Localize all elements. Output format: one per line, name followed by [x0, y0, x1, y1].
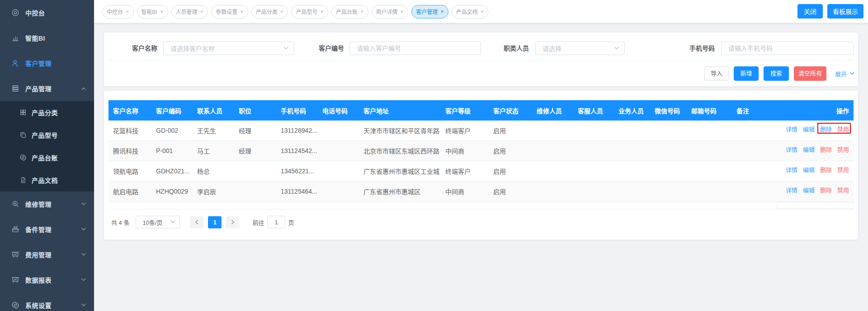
column-header-4[interactable]: 手机号码 [276, 106, 318, 115]
sidebar-item-smart-bi[interactable]: 智能BI [0, 25, 94, 51]
select-0[interactable]: 请选择客户名称 [163, 42, 294, 55]
edit-link[interactable]: 编辑 [803, 187, 815, 194]
field-label-0: 客户名称 [113, 42, 157, 55]
close-icon[interactable]: × [360, 9, 364, 14]
column-header-9[interactable]: 维修人员 [532, 106, 573, 115]
sidebar-subitem-1[interactable]: 产品型号 [0, 124, 94, 146]
tab-8[interactable]: 客户管理× [411, 5, 448, 19]
tab-label: 产品型号 [296, 8, 317, 15]
column-header-7[interactable]: 客户等级 [441, 106, 489, 115]
tab-6[interactable]: 产品台账× [331, 5, 368, 19]
disable-link[interactable]: 禁用 [837, 147, 849, 153]
table-row-3[interactable]: 航启电路 HZHQ0029 李启辰 131125464... 广东省惠州市惠城区… [108, 181, 854, 202]
delete-link[interactable]: 删除 [820, 187, 832, 194]
sidebar-item-product-mgmt[interactable]: 产品管理 [0, 76, 94, 101]
sidebar-item-spare-mgmt[interactable]: 备件管理 [0, 217, 94, 242]
column-header-3[interactable]: 职位 [234, 106, 276, 115]
detail-link[interactable]: 详情 [786, 147, 797, 153]
close-icon[interactable]: × [160, 9, 164, 14]
sidebar-item-expense-mgmt[interactable]: 费用管理 [0, 242, 94, 267]
column-header-5[interactable]: 电话号码 [318, 106, 359, 115]
close-icon[interactable]: × [126, 9, 129, 14]
import-button[interactable]: 导入 [704, 66, 729, 81]
column-header-15[interactable]: 操作 [773, 106, 854, 115]
edit-link[interactable]: 编辑 [803, 167, 815, 173]
sidebar-subitem-0[interactable]: 产品分类 [0, 101, 94, 124]
tab-4[interactable]: 产品分类× [251, 5, 288, 19]
sidebar-item-repair-mgmt[interactable]: 维修管理 [0, 191, 94, 217]
current-page[interactable]: 1 [208, 216, 222, 228]
sidebar-item-system-settings[interactable]: 系统设置 [0, 292, 94, 311]
tab-7[interactable]: 用户详情× [372, 5, 409, 19]
disable-link[interactable]: 禁用 [837, 167, 849, 173]
table-row-2[interactable]: 领航电路 GDHZ021... 杨总 13456221... 广东省惠州市惠城区… [108, 161, 854, 181]
sidebar-item-customer-mgmt[interactable]: 客户管理 [0, 51, 94, 76]
sidebar-item-data-report[interactable]: 数据报表 [0, 267, 94, 292]
close-icon[interactable]: × [481, 9, 484, 14]
pagination: 共 4 条 10条/页 1 前往 页 [111, 216, 294, 228]
text-input-3[interactable] [722, 42, 853, 55]
settings-icon [11, 301, 19, 309]
page-size-select[interactable]: 10条/页 [136, 216, 180, 228]
cell-r2c6: 广东省惠州市惠城区工业城 [359, 167, 441, 176]
disable-link[interactable]: 禁用 [837, 126, 849, 133]
expand-link[interactable]: 展开 [835, 66, 855, 81]
input-wrap-1 [349, 42, 481, 55]
tab-label: 产品台账 [336, 8, 358, 15]
column-header-8[interactable]: 客户状态 [489, 106, 532, 115]
close-icon[interactable]: × [401, 9, 404, 14]
chevron-down-icon [80, 277, 87, 283]
close-icon[interactable]: × [320, 9, 324, 14]
delete-link[interactable]: 删除 [820, 126, 832, 133]
select-2[interactable]: 请选择 [535, 42, 625, 55]
table-row-1[interactable]: 腾讯科技 P-001 马工 经理 131124542... 北京市市辖区东城区西… [108, 141, 854, 161]
board-display-button[interactable]: 看板展示 [827, 4, 863, 19]
tab-1[interactable]: 智能BI× [137, 5, 168, 19]
column-header-0[interactable]: 客户名称 [108, 106, 151, 115]
edit-link[interactable]: 编辑 [803, 147, 815, 153]
sidebar-subitem-3[interactable]: 产品文档 [0, 169, 94, 191]
goto-page-input[interactable] [267, 216, 285, 228]
prev-page-button[interactable] [190, 216, 203, 228]
repair-icon [11, 200, 19, 208]
close-icon[interactable]: × [240, 9, 244, 14]
edit-link[interactable]: 编辑 [803, 126, 815, 133]
product-icon [11, 84, 19, 93]
sidebar-subitem-2[interactable]: 产品台账 [0, 146, 94, 169]
column-header-2[interactable]: 联系人员 [193, 106, 234, 115]
tab-2[interactable]: 人员管理× [171, 5, 208, 19]
detail-link[interactable]: 详情 [786, 126, 797, 133]
detail-link[interactable]: 详情 [786, 187, 797, 194]
sidebar-item-console[interactable]: 中控台 [0, 0, 94, 25]
column-header-12[interactable]: 微信号码 [650, 106, 687, 115]
close-icon[interactable]: × [280, 9, 284, 14]
clear-all-button[interactable]: 清空所有 [794, 66, 826, 81]
tab-5[interactable]: 产品型号× [291, 5, 328, 19]
tab-label: 人员管理 [176, 8, 198, 15]
delete-link[interactable]: 删除 [820, 147, 832, 153]
console-icon [11, 9, 19, 17]
column-header-6[interactable]: 客户地址 [359, 106, 441, 115]
table-gutter [108, 202, 854, 209]
next-page-button[interactable] [226, 216, 240, 228]
close-icon[interactable]: × [440, 9, 444, 14]
search-button[interactable]: 搜索 [764, 66, 789, 81]
tab-9[interactable]: 产品文档× [452, 5, 489, 19]
disable-link[interactable]: 禁用 [837, 187, 849, 194]
column-header-10[interactable]: 客服人员 [573, 106, 614, 115]
tab-3[interactable]: 参数设置× [211, 5, 248, 19]
column-header-14[interactable]: 备注 [732, 106, 773, 115]
text-input-1[interactable] [350, 42, 481, 55]
column-header-11[interactable]: 业务人员 [614, 106, 650, 115]
detail-link[interactable]: 详情 [786, 167, 797, 173]
bi-chart-icon [11, 34, 19, 42]
tab-label: 客户管理 [416, 8, 438, 15]
close-button[interactable]: 关闭 [797, 4, 823, 19]
tab-0[interactable]: 中控台× [102, 5, 134, 19]
close-icon[interactable]: × [200, 9, 204, 14]
table-row-0[interactable]: 花篮科技 GD-002 王先生 经理 131128942... 天津市市辖区和平… [108, 121, 854, 141]
column-header-13[interactable]: 邮箱号码 [687, 106, 732, 115]
column-header-1[interactable]: 客户编码 [151, 106, 193, 115]
add-button[interactable]: 新增 [734, 66, 759, 81]
delete-link[interactable]: 删除 [820, 167, 832, 173]
